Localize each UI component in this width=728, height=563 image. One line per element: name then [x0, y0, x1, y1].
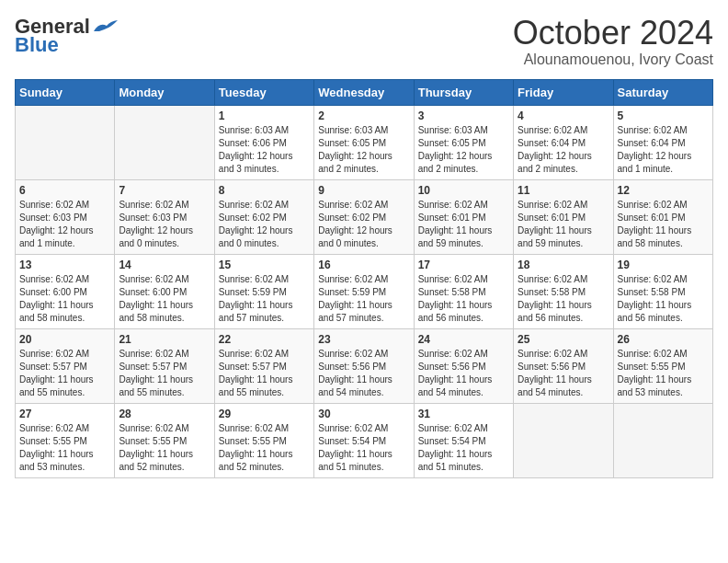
calendar-cell	[16, 105, 115, 179]
day-info: Sunrise: 6:02 AM Sunset: 5:59 PM Dayligh…	[318, 273, 409, 325]
month-title: October 2024	[513, 15, 713, 52]
calendar-body: 1Sunrise: 6:03 AM Sunset: 6:06 PM Daylig…	[16, 105, 713, 477]
day-info: Sunrise: 6:02 AM Sunset: 5:56 PM Dayligh…	[518, 348, 609, 399]
day-info: Sunrise: 6:02 AM Sunset: 5:57 PM Dayligh…	[19, 348, 110, 399]
calendar-cell	[514, 403, 613, 477]
calendar-cell	[115, 105, 214, 179]
title-block: October 2024 Alounamouenou, Ivory Coast	[513, 15, 713, 68]
day-number: 18	[518, 259, 609, 271]
day-number: 28	[119, 408, 210, 420]
day-info: Sunrise: 6:02 AM Sunset: 5:58 PM Dayligh…	[418, 273, 509, 325]
day-number: 17	[418, 259, 509, 271]
day-info: Sunrise: 6:02 AM Sunset: 5:56 PM Dayligh…	[318, 348, 409, 399]
logo: General Blue	[15, 15, 119, 57]
calendar-cell: 14Sunrise: 6:02 AM Sunset: 6:00 PM Dayli…	[115, 254, 214, 328]
calendar-header-wednesday: Wednesday	[314, 79, 414, 105]
calendar-cell: 2Sunrise: 6:03 AM Sunset: 6:05 PM Daylig…	[314, 105, 414, 179]
calendar-cell: 26Sunrise: 6:02 AM Sunset: 5:55 PM Dayli…	[613, 328, 712, 403]
day-info: Sunrise: 6:02 AM Sunset: 5:55 PM Dayligh…	[119, 422, 210, 474]
day-number: 30	[318, 408, 409, 420]
day-info: Sunrise: 6:02 AM Sunset: 5:55 PM Dayligh…	[618, 348, 709, 399]
day-info: Sunrise: 6:02 AM Sunset: 5:58 PM Dayligh…	[618, 273, 709, 325]
calendar-header-friday: Friday	[514, 79, 613, 105]
day-info: Sunrise: 6:02 AM Sunset: 6:00 PM Dayligh…	[19, 273, 110, 325]
day-info: Sunrise: 6:02 AM Sunset: 6:00 PM Dayligh…	[119, 273, 210, 325]
day-number: 14	[119, 259, 210, 271]
day-number: 10	[418, 184, 509, 197]
day-info: Sunrise: 6:02 AM Sunset: 6:03 PM Dayligh…	[19, 199, 110, 250]
day-number: 27	[19, 408, 110, 420]
day-number: 19	[618, 259, 709, 271]
calendar-cell	[613, 403, 712, 477]
day-info: Sunrise: 6:02 AM Sunset: 5:59 PM Dayligh…	[219, 273, 310, 325]
calendar-header-row: SundayMondayTuesdayWednesdayThursdayFrid…	[16, 79, 713, 105]
day-number: 23	[318, 333, 409, 346]
day-info: Sunrise: 6:02 AM Sunset: 6:02 PM Dayligh…	[318, 199, 409, 250]
calendar-cell: 29Sunrise: 6:02 AM Sunset: 5:55 PM Dayli…	[214, 403, 313, 477]
calendar-cell: 23Sunrise: 6:02 AM Sunset: 5:56 PM Dayli…	[314, 328, 414, 403]
day-info: Sunrise: 6:02 AM Sunset: 6:03 PM Dayligh…	[119, 199, 210, 250]
calendar-cell: 28Sunrise: 6:02 AM Sunset: 5:55 PM Dayli…	[115, 403, 214, 477]
calendar-cell: 30Sunrise: 6:02 AM Sunset: 5:54 PM Dayli…	[314, 403, 414, 477]
calendar-week-2: 13Sunrise: 6:02 AM Sunset: 6:00 PM Dayli…	[16, 254, 713, 328]
calendar-cell: 24Sunrise: 6:02 AM Sunset: 5:56 PM Dayli…	[414, 328, 513, 403]
calendar-cell: 8Sunrise: 6:02 AM Sunset: 6:02 PM Daylig…	[214, 179, 313, 254]
day-number: 21	[119, 333, 210, 346]
calendar-header-saturday: Saturday	[613, 79, 712, 105]
calendar-week-1: 6Sunrise: 6:02 AM Sunset: 6:03 PM Daylig…	[16, 179, 713, 254]
day-info: Sunrise: 6:02 AM Sunset: 5:55 PM Dayligh…	[219, 422, 310, 474]
day-info: Sunrise: 6:02 AM Sunset: 6:04 PM Dayligh…	[518, 124, 609, 176]
location-title: Alounamouenou, Ivory Coast	[513, 52, 713, 68]
day-info: Sunrise: 6:02 AM Sunset: 5:57 PM Dayligh…	[119, 348, 210, 399]
calendar-cell: 21Sunrise: 6:02 AM Sunset: 5:57 PM Dayli…	[115, 328, 214, 403]
calendar-cell: 20Sunrise: 6:02 AM Sunset: 5:57 PM Dayli…	[16, 328, 115, 403]
day-info: Sunrise: 6:02 AM Sunset: 5:54 PM Dayligh…	[418, 422, 509, 474]
day-number: 24	[418, 333, 509, 346]
day-number: 25	[518, 333, 609, 346]
calendar-header-monday: Monday	[115, 79, 214, 105]
day-number: 12	[618, 184, 709, 197]
day-number: 3	[418, 109, 509, 122]
calendar-cell: 1Sunrise: 6:03 AM Sunset: 6:06 PM Daylig…	[214, 105, 313, 179]
day-number: 13	[19, 259, 110, 271]
calendar-cell: 12Sunrise: 6:02 AM Sunset: 6:01 PM Dayli…	[613, 179, 712, 254]
day-info: Sunrise: 6:02 AM Sunset: 6:02 PM Dayligh…	[219, 199, 310, 250]
day-info: Sunrise: 6:02 AM Sunset: 5:54 PM Dayligh…	[318, 422, 409, 474]
calendar-cell: 10Sunrise: 6:02 AM Sunset: 6:01 PM Dayli…	[414, 179, 513, 254]
day-number: 7	[119, 184, 210, 197]
calendar-cell: 22Sunrise: 6:02 AM Sunset: 5:57 PM Dayli…	[214, 328, 313, 403]
calendar-cell: 7Sunrise: 6:02 AM Sunset: 6:03 PM Daylig…	[115, 179, 214, 254]
day-info: Sunrise: 6:02 AM Sunset: 6:04 PM Dayligh…	[618, 124, 709, 176]
calendar-header-sunday: Sunday	[16, 79, 115, 105]
calendar-cell: 25Sunrise: 6:02 AM Sunset: 5:56 PM Dayli…	[514, 328, 613, 403]
calendar-cell: 4Sunrise: 6:02 AM Sunset: 6:04 PM Daylig…	[514, 105, 613, 179]
calendar-cell: 27Sunrise: 6:02 AM Sunset: 5:55 PM Dayli…	[16, 403, 115, 477]
day-number: 26	[618, 333, 709, 346]
day-number: 29	[219, 408, 310, 420]
day-info: Sunrise: 6:02 AM Sunset: 5:58 PM Dayligh…	[518, 273, 609, 325]
calendar-cell: 6Sunrise: 6:02 AM Sunset: 6:03 PM Daylig…	[16, 179, 115, 254]
calendar-cell: 18Sunrise: 6:02 AM Sunset: 5:58 PM Dayli…	[514, 254, 613, 328]
day-number: 1	[219, 109, 310, 122]
logo-bird-icon	[92, 18, 119, 35]
calendar-header-thursday: Thursday	[414, 79, 513, 105]
day-number: 20	[19, 333, 110, 346]
calendar-cell: 16Sunrise: 6:02 AM Sunset: 5:59 PM Dayli…	[314, 254, 414, 328]
calendar-week-3: 20Sunrise: 6:02 AM Sunset: 5:57 PM Dayli…	[16, 328, 713, 403]
day-number: 16	[318, 259, 409, 271]
day-number: 22	[219, 333, 310, 346]
day-number: 2	[318, 109, 409, 122]
day-info: Sunrise: 6:02 AM Sunset: 5:57 PM Dayligh…	[219, 348, 310, 399]
calendar-cell: 11Sunrise: 6:02 AM Sunset: 6:01 PM Dayli…	[514, 179, 613, 254]
day-info: Sunrise: 6:02 AM Sunset: 6:01 PM Dayligh…	[418, 199, 509, 250]
day-number: 6	[19, 184, 110, 197]
day-number: 11	[518, 184, 609, 197]
calendar-week-4: 27Sunrise: 6:02 AM Sunset: 5:55 PM Dayli…	[16, 403, 713, 477]
calendar-cell: 5Sunrise: 6:02 AM Sunset: 6:04 PM Daylig…	[613, 105, 712, 179]
logo-blue: Blue	[15, 33, 59, 57]
day-number: 5	[618, 109, 709, 122]
day-info: Sunrise: 6:02 AM Sunset: 6:01 PM Dayligh…	[618, 199, 709, 250]
day-number: 15	[219, 259, 310, 271]
calendar-cell: 15Sunrise: 6:02 AM Sunset: 5:59 PM Dayli…	[214, 254, 313, 328]
calendar-cell: 13Sunrise: 6:02 AM Sunset: 6:00 PM Dayli…	[16, 254, 115, 328]
